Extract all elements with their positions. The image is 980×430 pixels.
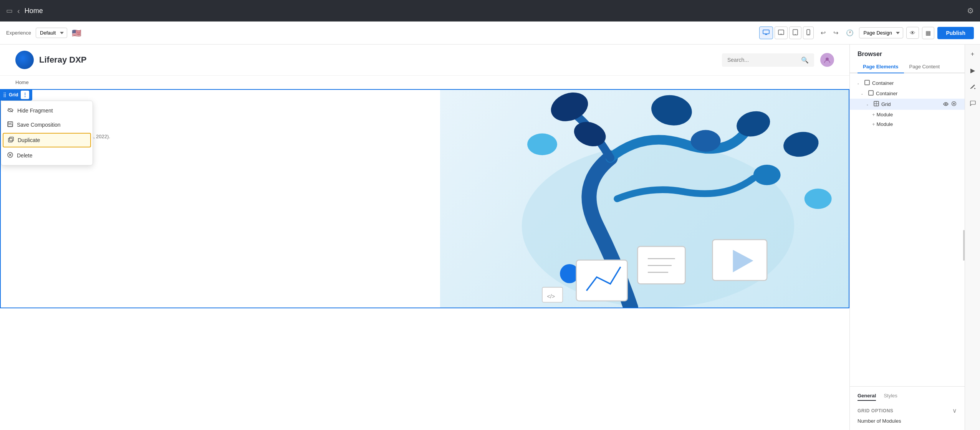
view-button[interactable]: 👁: [906, 27, 919, 39]
far-right-add-btn[interactable]: +: [969, 49, 976, 59]
svg-point-44: [945, 103, 947, 105]
right-sidebar: Browser Page Elements Page Content - Con…: [849, 45, 965, 430]
tree-label-container1: Container: [872, 80, 894, 86]
tree-item-module2[interactable]: + Module: [850, 119, 965, 129]
tab-styles[interactable]: Styles: [884, 393, 897, 401]
element-tree: - Container - Container - Grid: [850, 73, 965, 386]
context-menu-save[interactable]: Save Composition: [1, 117, 93, 132]
svg-point-48: [974, 88, 975, 89]
redo-button[interactable]: ↪: [831, 28, 841, 38]
context-menu-delete[interactable]: Delete: [1, 148, 93, 163]
num-modules-row: Number of Modules: [858, 418, 957, 424]
site-header: Liferay DXP 🔍: [0, 45, 849, 76]
page-design-select[interactable]: Page Design: [859, 27, 903, 38]
tree-label-module1: Module: [877, 112, 893, 117]
device-icons: [759, 26, 814, 39]
grid-visibility-btn[interactable]: [942, 101, 949, 108]
site-title: Liferay DXP: [39, 55, 722, 65]
fragment-area: ⣿ Grid ⋮ Hide Fragment Save Composition: [0, 89, 849, 308]
publish-button[interactable]: Publish: [937, 27, 974, 39]
site-logo: [15, 51, 34, 69]
layout-button[interactable]: ▦: [922, 27, 934, 39]
tab-general[interactable]: General: [858, 393, 876, 401]
container-icon-2: [868, 90, 874, 97]
fragment-drag-handle[interactable]: ⣿: [3, 92, 7, 98]
far-right-chat-btn[interactable]: [968, 99, 977, 109]
svg-point-25: [753, 165, 781, 185]
canvas-area: Liferay DXP 🔍 Home ⣿ Grid ⋮: [0, 45, 849, 430]
browser-tabs: Page Elements Page Content: [850, 61, 965, 73]
grid-options-title: GRID OPTIONS: [858, 408, 893, 413]
flag-icon: 🇺🇸: [72, 28, 81, 38]
svg-rect-6: [795, 34, 796, 35]
duplicate-icon: [8, 137, 14, 144]
svg-rect-12: [8, 122, 11, 124]
context-menu-hide-label: Hide Fragment: [17, 108, 53, 114]
tree-toggle-container1[interactable]: -: [858, 81, 863, 86]
sidebar-toggle-icon[interactable]: ▭: [6, 7, 13, 15]
far-right-play-btn[interactable]: ▶: [969, 65, 977, 76]
grid-remove-btn[interactable]: [951, 101, 957, 108]
fragment-toolbar: ⣿ Grid ⋮: [0, 89, 32, 101]
svg-rect-4: [780, 34, 782, 34]
back-arrow-icon[interactable]: ‹: [17, 7, 20, 15]
canvas-right-column: </>: [440, 90, 849, 308]
user-avatar[interactable]: [820, 53, 834, 67]
experience-select[interactable]: Default: [36, 28, 67, 38]
svg-rect-0: [763, 30, 769, 34]
svg-text:</>: </>: [547, 293, 555, 299]
tree-toggle-container2[interactable]: -: [861, 91, 867, 96]
breadcrumb-home[interactable]: Home: [15, 79, 29, 85]
grid-tree-icon: [874, 101, 879, 108]
far-right-panel: + ▶: [965, 45, 980, 430]
tree-label-grid: Grid: [881, 101, 891, 107]
fragment-menu-button[interactable]: ⋮: [21, 91, 29, 99]
tree-label-module2: Module: [877, 121, 893, 127]
svg-point-28: [805, 189, 832, 209]
device-tablet-btn[interactable]: [789, 26, 801, 39]
context-menu: Hide Fragment Save Composition Duplicate: [1, 101, 93, 165]
context-menu-save-label: Save Composition: [17, 122, 61, 128]
grid-options-section: GRID OPTIONS ∨: [858, 407, 957, 414]
container-icon-1: [864, 80, 870, 86]
sidebar-bottom-panel: General Styles GRID OPTIONS ∨ Number of …: [850, 386, 965, 430]
tree-item-container1[interactable]: - Container: [850, 78, 965, 88]
top-bar: ▭ ‹ Home ⚙: [0, 0, 980, 22]
history-button[interactable]: 🕐: [844, 28, 856, 38]
tree-item-container2[interactable]: - Container: [850, 88, 965, 99]
tree-item-grid[interactable]: - Grid: [850, 99, 965, 110]
context-menu-hide[interactable]: Hide Fragment: [1, 103, 93, 117]
device-laptop-btn[interactable]: [775, 26, 788, 39]
bottom-tabs: General Styles: [858, 393, 957, 401]
tree-toggle-grid[interactable]: -: [867, 102, 872, 107]
svg-point-23: [691, 130, 721, 152]
browser-title: Browser: [850, 45, 965, 61]
tab-page-elements[interactable]: Page Elements: [858, 61, 904, 73]
grid-tree-actions: [942, 101, 957, 108]
far-right-paint-btn[interactable]: [968, 82, 977, 93]
experience-label: Experience: [6, 30, 31, 36]
svg-rect-13: [8, 124, 12, 126]
device-mobile-btn[interactable]: [803, 26, 814, 39]
svg-point-26: [781, 129, 821, 159]
num-modules-label: Number of Modules: [858, 418, 901, 424]
breadcrumb: Home: [0, 76, 849, 89]
svg-rect-40: [869, 91, 873, 95]
svg-rect-8: [808, 34, 809, 35]
device-desktop-btn[interactable]: [759, 26, 773, 39]
search-icon: 🔍: [801, 56, 809, 64]
svg-rect-15: [10, 137, 13, 141]
grid-options-toggle[interactable]: ∨: [952, 407, 957, 414]
undo-button[interactable]: ↩: [818, 28, 828, 38]
site-search-bar[interactable]: 🔍: [722, 53, 814, 67]
tree-item-module1[interactable]: + Module: [850, 110, 965, 119]
svg-rect-36: [576, 260, 627, 301]
delete-icon: [7, 152, 13, 159]
fragment-label: Grid: [9, 92, 18, 98]
context-menu-duplicate[interactable]: Duplicate: [3, 133, 91, 147]
svg-point-21: [649, 92, 694, 129]
search-input[interactable]: [727, 57, 798, 63]
gear-icon[interactable]: ⚙: [967, 6, 974, 15]
svg-rect-14: [8, 138, 12, 142]
tab-page-content[interactable]: Page Content: [904, 61, 945, 73]
